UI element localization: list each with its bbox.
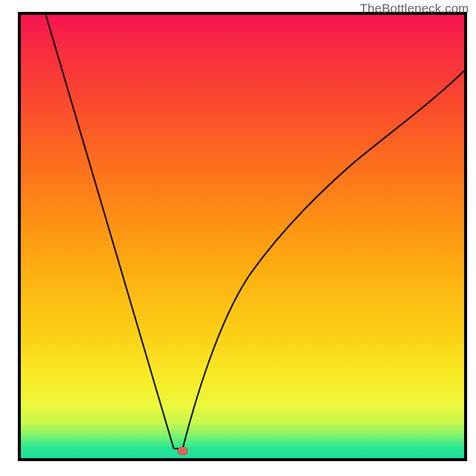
curve-left-branch	[46, 15, 174, 449]
watermark-text: TheBottleneck.com	[360, 1, 469, 15]
bottleneck-marker	[177, 447, 188, 455]
plot-outer-frame	[18, 12, 467, 461]
plot-area	[21, 15, 464, 458]
curve-layer	[21, 15, 464, 458]
curve-right-branch	[183, 71, 464, 449]
